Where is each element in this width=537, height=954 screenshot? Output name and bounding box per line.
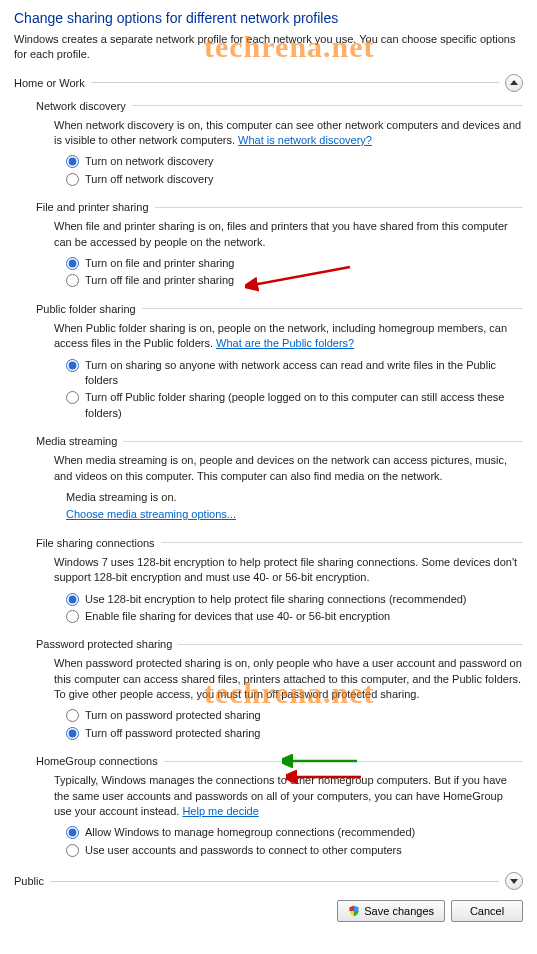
radio-homegroup-user[interactable]: Use user accounts and passwords to conne… [66,843,523,858]
media-streaming-status: Media streaming is on. [66,490,523,505]
profile-label: Home or Work [14,77,85,89]
profile-header-public[interactable]: Public [14,872,523,890]
section-description: When file and printer sharing is on, fil… [54,219,523,250]
section-password-protected-sharing: Password protected sharing When password… [36,638,523,741]
radio-input[interactable] [66,155,79,168]
section-title: Network discovery [36,100,126,112]
section-description: When Public folder sharing is on, people… [54,321,523,352]
radio-password-on[interactable]: Turn on password protected sharing [66,708,523,723]
radio-network-discovery-off[interactable]: Turn off network discovery [66,172,523,187]
section-description: Windows 7 uses 128-bit encryption to hel… [54,555,523,586]
section-media-streaming: Media streaming When media streaming is … [36,435,523,523]
radio-input[interactable] [66,359,79,372]
section-homegroup-connections: HomeGroup connections Typically, Windows… [36,755,523,858]
link-help-me-decide[interactable]: Help me decide [182,805,258,817]
radio-public-folder-on[interactable]: Turn on sharing so anyone with network a… [66,358,523,389]
radio-input[interactable] [66,257,79,270]
section-title: Password protected sharing [36,638,172,650]
radio-input[interactable] [66,844,79,857]
page-description: Windows creates a separate network profi… [14,32,523,62]
radio-encryption-4056[interactable]: Enable file sharing for devices that use… [66,609,523,624]
link-what-are-public-folders[interactable]: What are the Public folders? [216,337,354,349]
link-what-is-network-discovery[interactable]: What is network discovery? [238,134,372,146]
profile-label: Public [14,875,44,887]
section-file-sharing-connections: File sharing connections Windows 7 uses … [36,537,523,625]
radio-input[interactable] [66,709,79,722]
radio-encryption-128[interactable]: Use 128-bit encryption to help protect f… [66,592,523,607]
page-title: Change sharing options for different net… [14,10,523,26]
cancel-button[interactable]: Cancel [451,900,523,922]
chevron-up-icon[interactable] [505,74,523,92]
radio-input[interactable] [66,727,79,740]
divider [142,308,523,309]
divider [50,881,499,882]
radio-file-printer-off[interactable]: Turn off file and printer sharing [66,273,523,288]
section-description: When password protected sharing is on, o… [54,656,523,702]
shield-icon [348,905,360,917]
section-description: When media streaming is on, people and d… [54,453,523,484]
section-description: Typically, Windows manages the connectio… [54,773,523,819]
section-public-folder-sharing: Public folder sharing When Public folder… [36,303,523,421]
divider [132,105,523,106]
divider [164,761,523,762]
section-title: Media streaming [36,435,117,447]
section-file-printer-sharing: File and printer sharing When file and p… [36,201,523,289]
section-network-discovery: Network discovery When network discovery… [36,100,523,188]
dialog-footer: Save changes Cancel [14,900,523,922]
radio-password-off[interactable]: Turn off password protected sharing [66,726,523,741]
radio-file-printer-on[interactable]: Turn on file and printer sharing [66,256,523,271]
radio-input[interactable] [66,274,79,287]
radio-input[interactable] [66,610,79,623]
section-description: When network discovery is on, this compu… [54,118,523,149]
profile-header-home-work[interactable]: Home or Work [14,74,523,92]
divider [155,207,523,208]
radio-input[interactable] [66,593,79,606]
divider [123,441,523,442]
radio-homegroup-windows[interactable]: Allow Windows to manage homegroup connec… [66,825,523,840]
divider [178,644,523,645]
radio-input[interactable] [66,391,79,404]
radio-network-discovery-on[interactable]: Turn on network discovery [66,154,523,169]
section-title: Public folder sharing [36,303,136,315]
radio-input[interactable] [66,173,79,186]
divider [91,82,499,83]
chevron-down-icon[interactable] [505,872,523,890]
section-title: File sharing connections [36,537,155,549]
link-choose-media-streaming[interactable]: Choose media streaming options... [66,508,236,520]
radio-input[interactable] [66,826,79,839]
section-title: File and printer sharing [36,201,149,213]
section-title: HomeGroup connections [36,755,158,767]
divider [161,542,523,543]
save-changes-button[interactable]: Save changes [337,900,445,922]
radio-public-folder-off[interactable]: Turn off Public folder sharing (people l… [66,390,523,421]
